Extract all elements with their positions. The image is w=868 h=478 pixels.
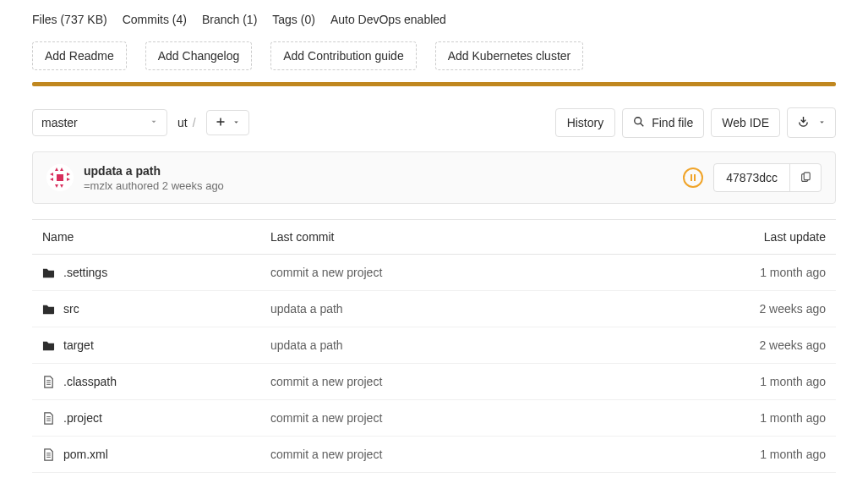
- file-name-link[interactable]: .classpath: [42, 375, 250, 388]
- file-toolbar: master ut / History Find file Web IDE: [32, 107, 836, 138]
- download-icon: [797, 115, 810, 130]
- search-icon: [633, 116, 645, 130]
- chevron-down-icon: [232, 118, 240, 128]
- history-button[interactable]: History: [555, 108, 616, 137]
- commit-message-link[interactable]: updata a path: [270, 338, 343, 352]
- last-update-text: 1 month ago: [760, 411, 826, 425]
- commits-link[interactable]: Commits (4): [123, 13, 187, 26]
- file-name-label: .settings: [63, 266, 107, 279]
- file-icon: [42, 448, 55, 461]
- file-name-link[interactable]: .settings: [42, 266, 250, 279]
- commit-message-link[interactable]: commit a new project: [270, 448, 382, 461]
- breadcrumb: ut /: [177, 116, 201, 129]
- chevron-down-icon: [818, 118, 826, 128]
- file-name-label: target: [63, 338, 94, 352]
- file-name-label: pom.xml: [63, 448, 108, 461]
- branch-selector[interactable]: master: [32, 109, 167, 136]
- file-name-link[interactable]: .project: [42, 411, 250, 425]
- svg-rect-3: [57, 174, 63, 181]
- svg-point-0: [635, 117, 641, 124]
- find-file-button[interactable]: Find file: [622, 108, 704, 138]
- last-update-text: 2 weeks ago: [759, 338, 826, 352]
- table-row: .settingscommit a new project1 month ago: [32, 255, 836, 291]
- folder-icon: [42, 339, 55, 352]
- download-dropdown[interactable]: [787, 107, 836, 138]
- find-file-label: Find file: [652, 116, 693, 129]
- commit-sha[interactable]: 47873dcc: [714, 164, 789, 191]
- devops-link[interactable]: Auto DevOps enabled: [330, 13, 446, 26]
- commit-message-link[interactable]: commit a new project: [270, 375, 382, 388]
- col-commit: Last commit: [260, 220, 701, 255]
- last-update-text: 1 month ago: [760, 375, 826, 388]
- files-link[interactable]: Files (737 KB): [32, 13, 107, 26]
- add-file-dropdown[interactable]: [206, 110, 249, 135]
- file-name-link[interactable]: target: [42, 338, 250, 352]
- svg-line-1: [641, 123, 644, 126]
- add-changelog-button[interactable]: Add Changelog: [145, 41, 253, 70]
- file-icon: [42, 376, 55, 388]
- copy-sha-button[interactable]: [789, 164, 821, 191]
- folder-icon: [42, 266, 55, 279]
- table-row: srcupdata a path2 weeks ago: [32, 291, 836, 327]
- commit-meta: =mzlx authored 2 weeks ago: [84, 179, 224, 192]
- commit-sha-group: 47873dcc: [713, 163, 822, 192]
- commit-message-link[interactable]: commit a new project: [270, 411, 382, 425]
- branch-name: master: [41, 116, 78, 129]
- file-name-label: .project: [63, 411, 102, 425]
- folder-icon: [42, 303, 55, 316]
- file-name-link[interactable]: src: [42, 302, 250, 316]
- col-update: Last update: [701, 220, 836, 255]
- last-update-text: 1 month ago: [760, 266, 826, 279]
- svg-rect-5: [804, 173, 810, 180]
- add-readme-button[interactable]: Add Readme: [32, 41, 127, 70]
- file-name-label: src: [63, 302, 79, 316]
- commit-message-link[interactable]: commit a new project: [270, 266, 382, 279]
- table-row: targetupdata a path2 weeks ago: [32, 327, 836, 364]
- commit-title[interactable]: updata a path: [84, 164, 224, 178]
- branch-link[interactable]: Branch (1): [202, 13, 257, 26]
- web-ide-button[interactable]: Web IDE: [711, 108, 780, 137]
- chevron-down-icon: [150, 118, 158, 128]
- loading-bar: [32, 82, 836, 86]
- breadcrumb-root[interactable]: ut: [177, 116, 188, 129]
- file-name-link[interactable]: pom.xml: [42, 448, 250, 461]
- tags-link[interactable]: Tags (0): [272, 13, 315, 26]
- last-update-text: 1 month ago: [760, 448, 826, 461]
- plus-icon: [216, 116, 226, 129]
- table-row: .projectcommit a new project1 month ago: [32, 400, 836, 437]
- add-contributing-button[interactable]: Add Contribution guide: [270, 41, 416, 70]
- file-name-label: .classpath: [63, 375, 117, 388]
- last-commit-bar: updata a path =mzlx authored 2 weeks ago…: [32, 151, 836, 204]
- file-tree-table: Name Last commit Last update .settingsco…: [32, 219, 836, 473]
- add-k8s-button[interactable]: Add Kubernetes cluster: [435, 41, 584, 70]
- avatar: [46, 164, 74, 191]
- repository-meta: Files (737 KB) Commits (4) Branch (1) Ta…: [32, 0, 836, 31]
- quick-actions: Add Readme Add Changelog Add Contributio…: [32, 31, 836, 82]
- pipeline-status-icon[interactable]: [683, 168, 703, 188]
- col-name: Name: [32, 220, 260, 255]
- breadcrumb-separator: /: [193, 116, 196, 129]
- table-row: .classpathcommit a new project1 month ag…: [32, 364, 836, 400]
- file-icon: [42, 412, 55, 425]
- commit-message-link[interactable]: updata a path: [270, 302, 343, 316]
- table-row: pom.xmlcommit a new project1 month ago: [32, 437, 836, 473]
- last-update-text: 2 weeks ago: [759, 302, 826, 316]
